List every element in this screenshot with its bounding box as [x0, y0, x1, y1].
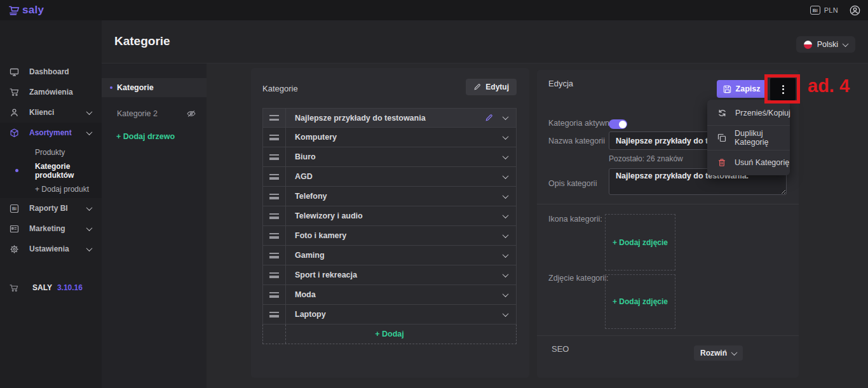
- user-avatar-icon[interactable]: [850, 5, 860, 16]
- bi-report-icon: Bi: [10, 204, 19, 213]
- logo-text: saly: [22, 4, 44, 17]
- eye-off-icon[interactable]: [186, 109, 196, 118]
- category-row[interactable]: AGD: [262, 167, 517, 187]
- chevron-down-icon[interactable]: [503, 271, 509, 278]
- seo-expand-button[interactable]: Rozwiń: [694, 345, 743, 361]
- edit-panel-title: Edycja: [548, 79, 573, 88]
- chevron-down-icon[interactable]: [503, 114, 509, 120]
- menu-item-move-copy[interactable]: Przenieś/Kopiuj: [707, 100, 790, 125]
- add-tree-button[interactable]: + Dodaj drzewo: [116, 132, 207, 141]
- sidebar-footer: SALY 3.10.16: [10, 283, 83, 292]
- category-row[interactable]: Biuro: [262, 147, 517, 167]
- monitor-icon: [10, 67, 19, 77]
- drag-handle-icon[interactable]: [263, 147, 286, 166]
- move-copy-icon: [717, 109, 727, 117]
- description-field-label: Opis kategorii: [548, 179, 597, 188]
- pencil-icon[interactable]: [485, 114, 493, 122]
- logo[interactable]: saly: [8, 4, 44, 17]
- chevron-down-icon: [86, 225, 93, 231]
- drag-handle-icon[interactable]: [263, 265, 286, 284]
- menu-item-delete-category[interactable]: Usuń Kategorię: [707, 150, 790, 175]
- category-row[interactable]: Telefony: [262, 187, 517, 206]
- chevron-down-icon[interactable]: [503, 212, 509, 218]
- chevron-down-icon: [86, 245, 93, 251]
- category-row[interactable]: Laptopy: [262, 305, 517, 324]
- chevron-down-icon[interactable]: [503, 311, 509, 317]
- sidebar-item-raporty-bi[interactable]: Bi Raporty BI: [0, 198, 102, 218]
- person-icon: [10, 108, 19, 117]
- drag-handle-icon[interactable]: [263, 305, 286, 324]
- sidebar-item-produkty[interactable]: Produkty: [0, 143, 102, 161]
- sidebar-item-asortyment[interactable]: Asortyment: [0, 123, 102, 143]
- active-dot: [110, 86, 112, 89]
- drag-handle-icon[interactable]: [263, 167, 286, 186]
- chevron-down-icon[interactable]: [503, 192, 509, 199]
- category-tree-sidebar: Kategorie Kategorie 2 + Dodaj drzewo: [102, 64, 207, 388]
- sidebar-item-dashboard[interactable]: Dashboard: [0, 62, 102, 82]
- save-button[interactable]: Zapisz: [717, 80, 766, 98]
- sidebar-item-klienci[interactable]: Klienci: [0, 102, 102, 123]
- category-row[interactable]: Gaming: [262, 246, 517, 265]
- svg-text:Bi: Bi: [12, 206, 17, 211]
- page-header: Kategorie Polski: [102, 20, 868, 64]
- currency-selector[interactable]: Bi PLN: [810, 6, 838, 15]
- language-selector[interactable]: Polski: [796, 36, 855, 53]
- drag-handle-icon[interactable]: [263, 285, 286, 304]
- package-icon: [10, 128, 19, 138]
- seo-section-label: SEO: [552, 344, 569, 354]
- photo-field-label: Zdjęcie kategorii:: [548, 274, 609, 283]
- chevron-down-icon[interactable]: [503, 232, 509, 238]
- drag-handle-icon[interactable]: [263, 206, 286, 225]
- category-icon-upload[interactable]: + Dodaj zdjęcie: [605, 214, 675, 271]
- more-actions-kebab-button[interactable]: [770, 78, 796, 100]
- drag-handle-icon[interactable]: [263, 226, 286, 245]
- chevron-down-icon[interactable]: [503, 133, 509, 140]
- sidebar-item-dodaj-produkt[interactable]: + Dodaj produkt: [0, 180, 102, 198]
- page-title: Kategorie: [114, 34, 170, 48]
- sidebar-group-asortyment: Asortyment Produkty Kategorie produktów …: [0, 123, 102, 198]
- more-actions-menu: Przenieś/Kopiuj Duplikuj Kategorię Usuń …: [707, 100, 790, 175]
- category-row[interactable]: Komputery: [262, 128, 517, 147]
- chars-remaining-hint: Pozostało: 26 znaków: [609, 154, 683, 163]
- drag-handle-icon[interactable]: [263, 246, 286, 265]
- drag-handle-icon[interactable]: [263, 128, 286, 147]
- category-row[interactable]: Najlepsze przykłady do testowania: [262, 108, 517, 128]
- language-label: Polski: [817, 40, 838, 49]
- chevron-down-icon: [86, 129, 93, 135]
- category-row[interactable]: Telewizory i audio: [262, 206, 517, 226]
- category-active-toggle[interactable]: [609, 119, 627, 129]
- annotation-label: ad. 4: [808, 76, 850, 97]
- category-photo-upload[interactable]: + Dodaj zdjęcie: [605, 274, 675, 329]
- category-row[interactable]: Sport i rekreacja: [262, 265, 517, 285]
- chevron-down-icon[interactable]: [503, 251, 509, 258]
- poland-flag-icon: [804, 41, 812, 49]
- drag-handle-icon[interactable]: [263, 109, 286, 127]
- edit-button[interactable]: Edytuj: [466, 79, 517, 95]
- chevron-down-icon: [731, 349, 738, 356]
- currency-code: PLN: [824, 6, 838, 14]
- add-category-row-button[interactable]: + Dodaj: [262, 324, 517, 344]
- sidebar-item-zamowienia[interactable]: Zamówienia: [0, 82, 102, 102]
- category-row[interactable]: Moda: [262, 285, 517, 305]
- category-row[interactable]: Foto i kamery: [262, 226, 517, 246]
- divider: [537, 335, 799, 336]
- chevron-down-icon[interactable]: [503, 153, 509, 159]
- chevron-down-icon[interactable]: [503, 291, 509, 297]
- sidebar: Dashboard Zamówienia Klienci: [0, 20, 102, 388]
- tree-item-kategorie[interactable]: Kategorie: [102, 78, 207, 97]
- cart-icon: [10, 88, 19, 97]
- icon-field-label: Ikona kategorii:: [548, 215, 602, 224]
- menu-item-duplicate-category[interactable]: Duplikuj Kategorię: [707, 125, 790, 150]
- chevron-down-icon[interactable]: [503, 173, 509, 179]
- app-version: 3.10.16: [57, 283, 83, 292]
- name-field-label: Nazwa kategorii: [548, 137, 605, 145]
- categories-panel-title: Kategorie: [262, 84, 298, 93]
- sidebar-item-marketing[interactable]: Marketing: [0, 218, 102, 239]
- divider: [537, 204, 799, 204]
- duplicate-icon: [717, 133, 726, 142]
- drag-handle-icon[interactable]: [263, 187, 286, 206]
- chevron-down-icon: [86, 109, 93, 115]
- tree-item-kategorie-2[interactable]: Kategorie 2: [102, 104, 207, 123]
- sidebar-item-kategorie-produktow[interactable]: Kategorie produktów: [0, 161, 102, 180]
- sidebar-item-ustawienia[interactable]: Ustawienia: [0, 239, 102, 259]
